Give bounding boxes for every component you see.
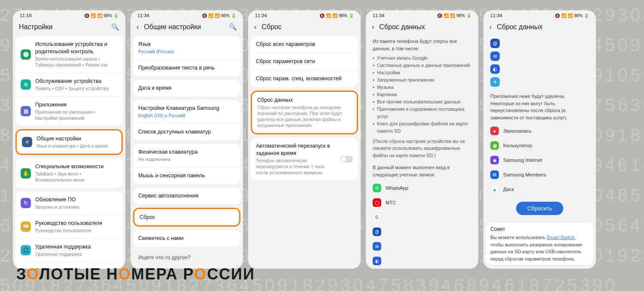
settings-row[interactable]: Настройки Клавиатура SamsungEnglish (US)…: [133, 100, 240, 123]
search-icon[interactable]: 🔍: [111, 23, 119, 31]
settings-row[interactable]: Свяжитесь с нами: [133, 230, 240, 247]
row-subtitle: Приложения по умолчанию • Настройки прил…: [35, 109, 118, 121]
accounts-header: В данный момент выполнен вход в следующи…: [368, 162, 476, 181]
row-icon: ▦: [21, 106, 31, 116]
settings-row[interactable]: 🎧Удаленная поддержкаУдаленная поддержка: [15, 238, 123, 262]
row-title: Сброс: [140, 214, 234, 221]
search-icon[interactable]: 🔍: [229, 23, 237, 31]
row-title: Обслуживание устройства: [35, 78, 118, 85]
settings-row[interactable]: ✋Специальные возможностиTalkBack • Звук …: [15, 158, 123, 188]
settings-row[interactable]: Сброс всех параметров: [251, 36, 358, 53]
page-title: Настройки: [19, 23, 106, 31]
account-icon: @: [490, 39, 500, 48]
title-bar: ‹ Общие настройки 🔍: [131, 21, 243, 36]
settings-row[interactable]: 📖Руководство пользователяРуководство пол…: [15, 215, 123, 238]
smart-switch-link[interactable]: Smart Switch: [547, 235, 574, 240]
row-title: Руководство пользователя: [35, 220, 118, 227]
settings-group: Автоматический перезапуск в заданное вре…: [251, 138, 358, 180]
status-bar: 11:34 🔇 📶 📶 98%🔋: [131, 10, 243, 21]
list-item: Все прочие пользовательские данные: [377, 98, 471, 106]
settings-row[interactable]: Сброс параметров сети: [251, 53, 358, 70]
title-bar: ‹ Сброс данных: [366, 21, 478, 36]
settings-row[interactable]: Сброс: [134, 209, 239, 226]
row-title: Удаленная поддержка: [35, 243, 118, 251]
row-title: Обновление ПО: [35, 196, 118, 203]
account-icon: ◯: [373, 198, 381, 207]
account-row: G: [368, 210, 476, 224]
back-icon[interactable]: ‹: [372, 23, 374, 31]
toggle-switch[interactable]: [340, 156, 353, 163]
settings-row[interactable]: ЯзыкРусский (Россия): [133, 36, 240, 59]
settings-row[interactable]: Сброс парам. спец. возможностей: [251, 70, 358, 87]
page-title: Сброс данных: [379, 23, 472, 31]
looking-for-something: Ищете что-то другое?: [133, 250, 240, 265]
app-label: Диск: [503, 187, 514, 192]
row-title: Использование устройства и родительский …: [35, 41, 118, 55]
back-icon[interactable]: ‹: [137, 23, 139, 31]
status-icons: 🔇 📶 📶 98%🔋: [555, 13, 589, 18]
page-title: Сброс: [261, 23, 355, 31]
app-row: ◉Samsung Internet: [486, 153, 593, 167]
screenshot-3-reset: 11:34 🔇 📶 📶 98%🔋 ‹ Сброс Сброс всех пара…: [248, 10, 361, 269]
account-row: ✆WhatsApp: [368, 181, 476, 195]
status-bar: 11:34 🔇 📶 📶 98%🔋: [248, 10, 361, 21]
account-icon: ✈: [490, 77, 500, 87]
row-title: Сброс парам. спец. возможностей: [256, 75, 353, 82]
account-icon: ◐: [373, 257, 381, 265]
settings-group: Дата и время: [133, 80, 240, 97]
row-icon: ≡: [22, 137, 32, 147]
app-icon: ▲: [490, 185, 499, 194]
erase-list: Учетная запись GoogleСистемные данные и …: [368, 55, 476, 138]
account-label: WhatsApp: [386, 185, 408, 191]
clock: 11:34: [373, 13, 385, 18]
reset-button[interactable]: Сбросить: [516, 202, 563, 215]
settings-row[interactable]: Список доступных клавиатур: [133, 123, 240, 140]
row-subtitle: Язык и клавиатура • Дата и время: [36, 143, 116, 149]
status-icons: 🔇 📶 📶 98%🔋: [202, 13, 236, 18]
settings-row[interactable]: Дата и время: [133, 80, 240, 97]
settings-group: Свяжитесь с нами: [133, 230, 240, 247]
row-title: Автоматический перезапуск в заданное вре…: [256, 142, 336, 157]
app-row: MSamsung Members: [486, 167, 593, 182]
row-title: Мышь и сенсорная панель: [138, 172, 235, 179]
screenshot-5-factory-reset-confirm: 11:34 🔇 📶 📶 98%🔋 ‹ Сброс данных @✉◐✈ При…: [483, 10, 596, 269]
settings-row[interactable]: Преобразование текста в речь: [133, 59, 240, 76]
settings-row[interactable]: Сервис автозаполнения: [133, 188, 240, 204]
row-subtitle: Не подключена: [138, 156, 235, 162]
settings-row[interactable]: ⚙Обслуживание устройстваПамять • ОЗУ • З…: [15, 73, 123, 96]
settings-row[interactable]: 🕒Использование устройства и родительский…: [15, 36, 123, 73]
app-label: Калькулятор: [503, 143, 532, 148]
row-icon: ✋: [21, 168, 31, 179]
list-item: Загруженные приложения: [377, 76, 471, 84]
settings-row[interactable]: Мышь и сенсорная панель: [133, 167, 240, 184]
settings-row[interactable]: ≡Общие настройкиЯзык и клавиатура • Дата…: [17, 130, 122, 154]
settings-group: ЯзыкРусский (Россия)Преобразование текст…: [133, 36, 240, 76]
screenshot-1-settings: 11:18 🔇 📶 📶 98%🔋 Настройки 🔍 🕒Использова…: [13, 10, 125, 269]
list-item: Настройки: [377, 69, 471, 76]
row-title: Сброс параметров сети: [256, 58, 353, 65]
settings-row[interactable]: Физическая клавиатураНе подключена: [133, 144, 240, 167]
row-subtitle: Время использования экрана • Таймеры при…: [35, 56, 118, 68]
apps-intro: Приложения ниже будут удалены. Некоторые…: [486, 89, 593, 124]
account-icon: G: [373, 213, 381, 221]
row-subtitle: Сброс настроек телефона до заводских зна…: [257, 104, 352, 129]
settings-row[interactable]: Автоматический перезапуск в заданное вре…: [251, 138, 358, 180]
settings-group: Настройки Клавиатура SamsungEnglish (US)…: [133, 100, 240, 140]
row-icon: 📖: [21, 221, 31, 232]
settings-row[interactable]: Сброс данныхСброс настроек телефона до з…: [252, 92, 357, 133]
account-row: ◐: [368, 254, 476, 268]
account-row: ✉: [368, 239, 476, 254]
account-row: ◯МТС: [368, 195, 476, 210]
app-label: Samsung Members: [503, 172, 546, 177]
row-subtitle: Руководство пользователя: [35, 227, 118, 233]
back-icon[interactable]: ‹: [254, 23, 256, 31]
row-title: Дата и время: [138, 85, 235, 92]
clock: 11:34: [490, 13, 502, 18]
row-title: Физическая клавиатура: [138, 149, 235, 156]
title-bar: Настройки 🔍: [13, 21, 125, 36]
app-row: ▲Диск: [486, 182, 593, 197]
settings-row[interactable]: ↻Обновление ПОЗагрузка и установка: [15, 191, 123, 215]
settings-row[interactable]: ▦ПриложенияПриложения по умолчанию • Нас…: [15, 96, 123, 126]
back-icon[interactable]: ‹: [489, 23, 492, 31]
status-bar: 11:18 🔇 📶 📶 98%🔋: [13, 10, 125, 21]
